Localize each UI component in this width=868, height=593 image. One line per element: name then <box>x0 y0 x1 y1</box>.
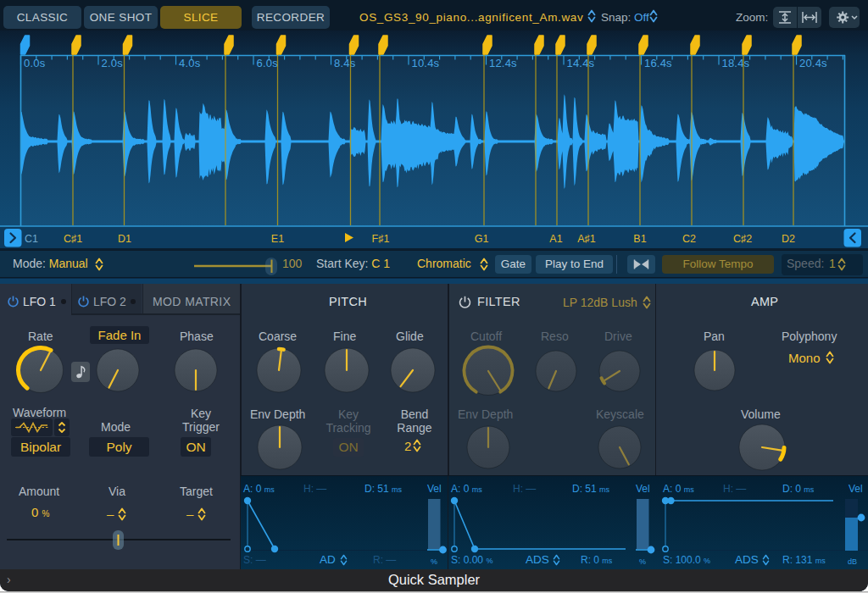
svg-text:14.4s: 14.4s <box>567 57 595 69</box>
svg-text:6.0s: 6.0s <box>257 57 279 69</box>
svg-text:20.4s: 20.4s <box>799 57 827 69</box>
svg-text:C♯1: C♯1 <box>64 233 82 245</box>
svg-text:C1: C1 <box>25 233 38 245</box>
svg-text:8.4s: 8.4s <box>334 57 356 69</box>
svg-text:C♯2: C♯2 <box>733 233 752 245</box>
svg-text:D2: D2 <box>782 233 795 245</box>
svg-text:16.4s: 16.4s <box>644 57 672 69</box>
svg-text:18.4s: 18.4s <box>722 57 750 69</box>
svg-text:C2: C2 <box>682 233 696 245</box>
svg-text:0.0s: 0.0s <box>24 57 46 69</box>
svg-text:A♯1: A♯1 <box>577 233 596 245</box>
svg-text:2.0s: 2.0s <box>102 57 124 69</box>
svg-text:4.0s: 4.0s <box>179 57 201 69</box>
svg-text:E1: E1 <box>271 233 284 245</box>
svg-text:G1: G1 <box>475 233 489 245</box>
svg-text:A1: A1 <box>549 233 562 245</box>
svg-text:F♯1: F♯1 <box>372 233 390 245</box>
svg-text:12.4s: 12.4s <box>489 57 517 69</box>
svg-text:D1: D1 <box>118 233 131 245</box>
svg-text:10.4s: 10.4s <box>412 57 440 69</box>
svg-text:B1: B1 <box>633 233 646 245</box>
